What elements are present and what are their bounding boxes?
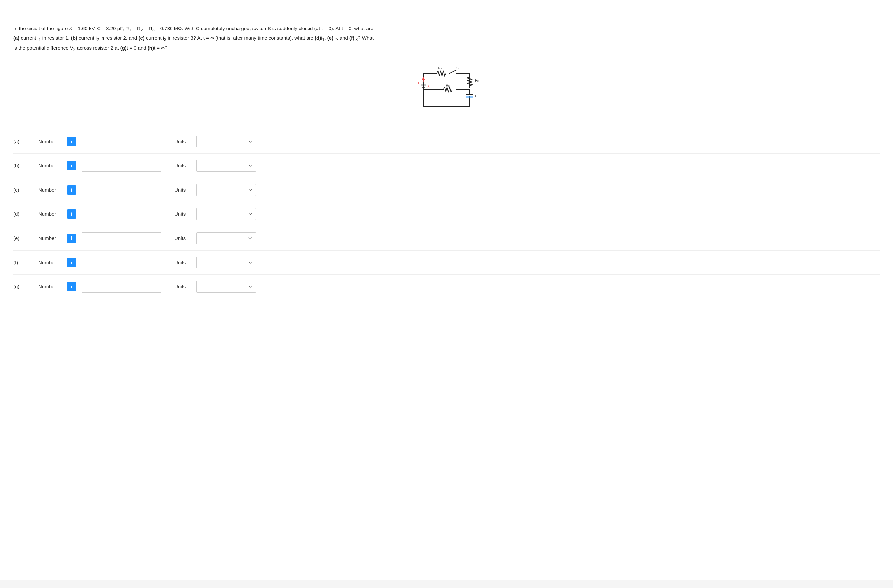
info-button-2[interactable]: i [67,185,76,195]
circuit-svg: R₁ S R₂ + ℰ [410,63,483,116]
units-select-3[interactable]: AmAμAVmVkVΩMΩ [196,208,256,220]
answer-row: (g) Number i Units AmAμAVmVkVΩMΩ [13,275,880,299]
answer-row: (c) Number i Units AmAμAVmVkVΩMΩ [13,178,880,202]
number-label-5: Number [39,260,62,265]
number-input-2[interactable] [81,184,161,196]
answer-row: (b) Number i Units AmAμAVmVkVΩMΩ [13,154,880,178]
answer-row: (d) Number i Units AmAμAVmVkVΩMΩ [13,202,880,226]
part-label-5: (f) [13,260,33,265]
part-label-1: (b) [13,163,33,168]
info-button-4[interactable]: i [67,234,76,243]
header [0,0,893,15]
question-text: In the circuit of the figure ℰ = 1.60 kV… [13,24,378,53]
units-label-3: Units [174,211,191,217]
part-label-4: (e) [13,236,33,241]
number-label-2: Number [39,187,62,193]
answer-rows: (a) Number i Units AmAμAVmVkVΩMΩ (b) Num… [13,130,880,299]
svg-line-7 [450,70,457,73]
svg-point-9 [456,73,457,74]
number-label-1: Number [39,163,62,168]
number-input-1[interactable] [81,160,161,172]
units-label-6: Units [174,284,191,290]
part-label-2: (c) [13,187,33,193]
number-label-4: Number [39,236,62,241]
part-label-6: (g) [13,284,33,290]
number-input-6[interactable] [81,281,161,292]
svg-text:S: S [457,66,459,70]
svg-text:+: + [417,81,419,84]
answer-row: (e) Number i Units AmAμAVmVkVΩMΩ [13,226,880,250]
number-input-5[interactable] [81,256,161,268]
prev-button[interactable] [17,6,23,9]
units-label-1: Units [174,163,191,168]
svg-point-8 [449,73,451,74]
info-button-5[interactable]: i [67,258,76,267]
number-input-3[interactable] [81,208,161,220]
svg-text:R₂: R₂ [446,84,450,87]
info-button-1[interactable]: i [67,161,76,170]
svg-text:C: C [475,94,477,98]
units-select-1[interactable]: AmAμAVmVkVΩMΩ [196,160,256,172]
number-label-6: Number [39,284,62,290]
part-label-0: (a) [13,138,33,144]
units-label-0: Units [174,138,191,144]
units-label-5: Units [174,260,191,265]
units-select-4[interactable]: AmAμAVmVkVΩMΩ [196,232,256,244]
content: In the circuit of the figure ℰ = 1.60 kV… [0,15,893,580]
svg-text:R₁: R₁ [438,66,442,70]
info-button-0[interactable]: i [67,137,76,146]
header-left [11,6,35,9]
answer-row: (a) Number i Units AmAμAVmVkVΩMΩ [13,130,880,154]
info-button-3[interactable]: i [67,210,76,219]
part-label-3: (d) [13,211,33,217]
number-input-4[interactable] [81,232,161,244]
answer-row: (f) Number i Units AmAμAVmVkVΩMΩ [13,250,880,275]
number-label-0: Number [39,138,62,144]
svg-text:R₃: R₃ [475,78,479,82]
units-select-0[interactable]: AmAμAVmVkVΩMΩ [196,136,256,147]
units-select-6[interactable]: AmAμAVmVkVΩMΩ [196,281,256,292]
units-select-5[interactable]: AmAμAVmVkVΩMΩ [196,256,256,268]
circuit-diagram: R₁ S R₂ + ℰ [13,63,880,116]
svg-text:ℰ: ℰ [427,84,430,88]
units-select-2[interactable]: AmAμAVmVkVΩMΩ [196,184,256,196]
number-input-0[interactable] [81,136,161,147]
info-button-6[interactable]: i [67,282,76,291]
next-button[interactable] [29,6,35,9]
number-label-3: Number [39,211,62,217]
units-label-2: Units [174,187,191,193]
units-label-4: Units [174,236,191,241]
